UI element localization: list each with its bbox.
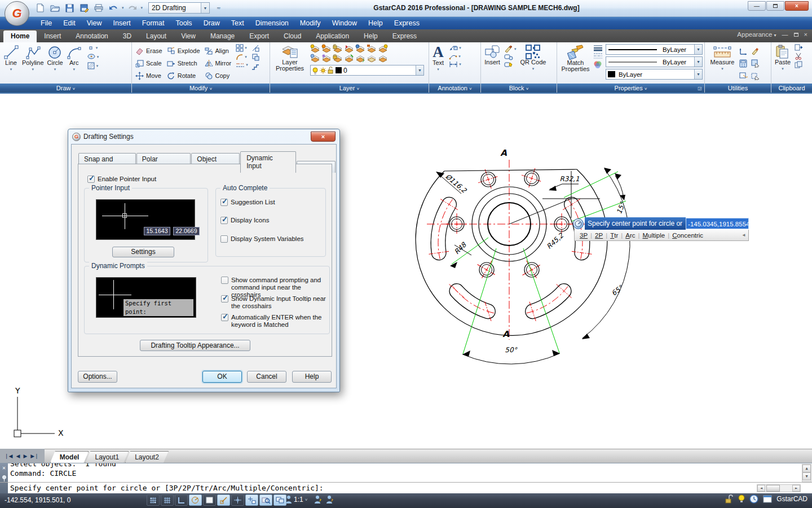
- scroll-right-icon[interactable]: ►: [792, 485, 800, 492]
- tooltip-option-concentric[interactable]: Concentric: [669, 232, 706, 239]
- print-button[interactable]: [92, 2, 105, 14]
- lineweight-toggle[interactable]: [259, 494, 272, 506]
- tab-dynamic-input[interactable]: Dynamic Input: [240, 151, 295, 173]
- drawing-area[interactable]: A A Ø116,2 R32,1 R48 R45,2 15° 65° 50° X…: [0, 94, 812, 449]
- annotation-scale-icon[interactable]: [285, 495, 292, 504]
- osnap-toggle[interactable]: [217, 494, 230, 506]
- hatch-button[interactable]: ▾: [86, 61, 100, 71]
- copy-clip-button[interactable]: [793, 43, 804, 52]
- ribbon-tab-express[interactable]: Express: [385, 30, 424, 42]
- measure-button[interactable]: Measure▾: [707, 43, 738, 73]
- polar-toggle[interactable]: [189, 494, 202, 506]
- layer-thaw-icon[interactable]: [321, 54, 333, 63]
- command-prompt[interactable]: Specify center point for circle or [3P/2…: [10, 484, 324, 492]
- ribbon-tab-annotation[interactable]: Annotation: [68, 30, 115, 42]
- layer-combo[interactable]: 0 ▼: [310, 65, 424, 76]
- save-as-button[interactable]: [78, 2, 90, 14]
- panel-label-properties[interactable]: Properties ˅ ◲: [557, 84, 704, 93]
- multileader-button[interactable]: ▾: [448, 43, 462, 52]
- tab-model[interactable]: Model: [50, 451, 89, 463]
- annotation-scale-value[interactable]: 1:1: [294, 496, 303, 503]
- menu-format[interactable]: Format: [136, 17, 170, 29]
- rectangle-edit-button[interactable]: [250, 52, 261, 62]
- minimize-button[interactable]: —: [748, 1, 766, 11]
- ok-button[interactable]: OK: [202, 371, 242, 383]
- layer-walk-icon[interactable]: [367, 54, 378, 63]
- ribbon-tab-view[interactable]: View: [174, 30, 203, 42]
- quick-select-button[interactable]: [750, 57, 761, 69]
- layer-merge-icon[interactable]: [355, 54, 367, 63]
- menu-express[interactable]: Express: [389, 17, 425, 29]
- otrack-toggle[interactable]: [231, 494, 244, 506]
- display-system-variables-checkbox[interactable]: Display System Variables: [220, 235, 304, 243]
- grid-toggle[interactable]: [161, 494, 174, 506]
- show-dynamic-tooltip-checkbox[interactable]: Show Dynamic Input Tooltip near the cros…: [221, 295, 326, 310]
- layer-off-icon[interactable]: [310, 54, 321, 63]
- color-combo[interactable]: ByLayer ▼: [606, 69, 703, 80]
- linetype-dropdown-icon[interactable]: ▼: [694, 57, 702, 67]
- move-button[interactable]: Move: [134, 69, 164, 82]
- circle-button[interactable]: Circle▾: [46, 43, 65, 73]
- help-button[interactable]: Help: [292, 371, 332, 383]
- ribbon-tab-3d[interactable]: 3D: [116, 30, 139, 42]
- panel-label-draw[interactable]: Draw ˅: [0, 84, 131, 93]
- settings-button[interactable]: Settings: [112, 247, 174, 257]
- join-button[interactable]: [250, 62, 261, 71]
- bulb-icon[interactable]: [738, 494, 745, 503]
- qr-code-button[interactable]: QR Code▾: [519, 43, 548, 73]
- select-all-button[interactable]: [738, 69, 749, 82]
- doc-close-button[interactable]: ×: [804, 31, 807, 38]
- panel-label-layer[interactable]: Layer ˅: [270, 84, 429, 93]
- cut-button[interactable]: [793, 52, 804, 60]
- annotation-autoscale-icon[interactable]: [326, 495, 333, 504]
- tooltip-option-arc[interactable]: Arc: [623, 232, 638, 239]
- arc-button[interactable]: Arc▾: [65, 43, 83, 73]
- ortho-toggle[interactable]: [175, 494, 188, 506]
- stretch-button[interactable]: Stretch: [165, 57, 202, 69]
- undo-dropdown-icon[interactable]: ▾: [122, 6, 124, 10]
- clock-icon[interactable]: [749, 494, 758, 503]
- menu-dimension[interactable]: Dimension: [250, 17, 294, 29]
- line-button[interactable]: Line▾: [2, 43, 20, 73]
- tooltip-option-3p[interactable]: 3P: [577, 232, 590, 239]
- fillet-button[interactable]: ▾: [235, 52, 249, 62]
- close-button[interactable]: ×: [785, 1, 809, 11]
- menu-window[interactable]: Window: [326, 17, 363, 29]
- linetype-list-icon[interactable]: [592, 52, 604, 60]
- dialog-close-button[interactable]: ×: [311, 132, 336, 142]
- first-layout-button[interactable]: ❘◀: [5, 453, 12, 459]
- command-pin-icon[interactable]: [2, 475, 7, 481]
- lineweight-combo[interactable]: ByLayer ▼: [606, 44, 703, 55]
- layer-unisolate-icon[interactable]: [344, 54, 355, 63]
- appearance-menu[interactable]: Appearance ▾: [737, 31, 776, 38]
- erase-button[interactable]: Erase: [134, 45, 164, 57]
- scroll-left-icon[interactable]: ◄: [757, 485, 765, 492]
- menu-help[interactable]: Help: [363, 17, 389, 29]
- hscroll-thumb[interactable]: [766, 485, 780, 492]
- menu-edit[interactable]: Edit: [58, 17, 81, 29]
- ribbon-tab-insert[interactable]: Insert: [37, 30, 68, 42]
- block-attribute-edit-button[interactable]: [503, 61, 518, 69]
- scale-button[interactable]: Scale: [134, 57, 164, 69]
- lineweight-list-icon[interactable]: [592, 44, 604, 52]
- match-properties-button[interactable]: Match Properties: [559, 43, 592, 73]
- tooltip-coordinate-input[interactable]: -145.0345,1915.8554: [686, 218, 749, 229]
- panel-label-utilities[interactable]: Utilities: [705, 84, 771, 93]
- menu-modify[interactable]: Modify: [294, 17, 326, 29]
- insert-block-button[interactable]: Insert: [483, 43, 502, 67]
- doc-restore-button[interactable]: [794, 31, 798, 38]
- block-attribute-button[interactable]: [503, 53, 518, 61]
- ellipse-button[interactable]: ▾: [86, 52, 100, 61]
- menu-insert[interactable]: Insert: [108, 17, 136, 29]
- model-space-toggle[interactable]: [203, 494, 216, 506]
- layer-freeze-icon[interactable]: [321, 44, 333, 54]
- offset-button[interactable]: ▾: [235, 62, 249, 68]
- tab-layout1[interactable]: Layout1: [85, 451, 129, 463]
- copy-button[interactable]: Copy: [203, 69, 233, 82]
- ribbon-tab-help[interactable]: Help: [356, 30, 385, 42]
- new-file-button[interactable]: [34, 2, 46, 14]
- coordinate-readout[interactable]: -142.554, 1915.501, 0: [5, 496, 70, 504]
- snap-toggle[interactable]: [147, 494, 160, 506]
- polyline-button[interactable]: Polyline▾: [20, 43, 46, 73]
- ribbon-tab-cloud[interactable]: Cloud: [276, 30, 308, 42]
